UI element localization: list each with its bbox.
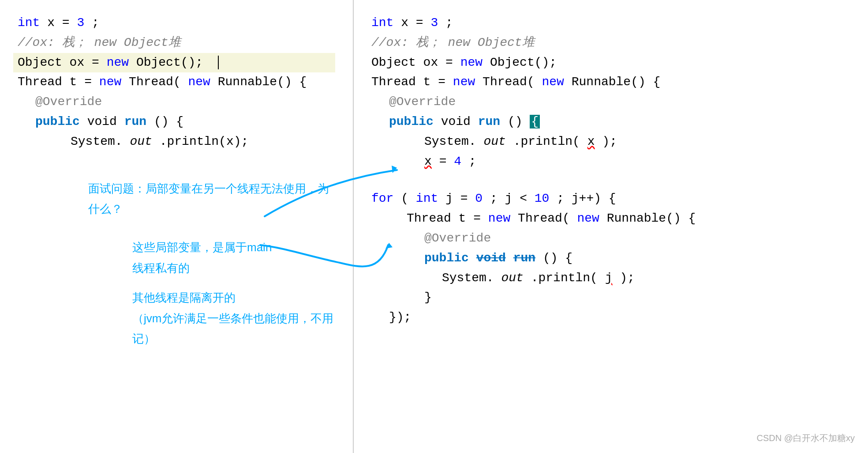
right-panel: int x = 3 ; //ox: 栈； new Object堆 Object …: [353, 0, 868, 453]
right-new2: new: [453, 75, 475, 89]
left-question-text: 面试问题：局部变量在另一个线程无法使用，为什么？: [88, 178, 335, 220]
left-new3: new: [188, 75, 210, 89]
right-thread4: Thread t =: [407, 211, 488, 225]
right-println2-end: );: [620, 271, 635, 285]
right-thread5: Thread(: [518, 211, 570, 225]
right-new4: new: [488, 211, 510, 225]
right-run2-rest: () {: [543, 251, 572, 265]
right-line-10: Thread t = new Thread( new Runnable() {: [407, 209, 850, 229]
right-thread3: Runnable() {: [572, 75, 661, 89]
right-code-block: int x = 3 ; //ox: 栈； new Object堆 Object …: [371, 13, 850, 328]
left-num-3: 3: [77, 16, 84, 30]
left-line-5: @Override: [35, 92, 335, 112]
right-system2: System.: [442, 271, 494, 285]
right-line-1: int x = 3 ;: [371, 13, 850, 33]
right-out2: out: [501, 271, 523, 285]
left-out: out: [130, 135, 152, 148]
right-println1: .println(: [513, 135, 580, 148]
right-line-14: }: [424, 288, 850, 308]
right-println2: .println(: [531, 271, 598, 285]
left-println: .println(x);: [160, 135, 249, 148]
right-for-int: int: [416, 192, 438, 205]
kw-int-left: int: [18, 16, 40, 30]
right-line-5: @Override: [389, 92, 850, 112]
right-line-15: });: [389, 308, 850, 328]
right-for-10: 10: [535, 192, 550, 205]
right-run1-paren: (): [508, 115, 530, 128]
watermark: CSDN @白开水不加糖xy: [756, 432, 855, 444]
left-code-block: int x = 3 ; //ox: 栈； new Object堆 Object …: [18, 13, 335, 152]
left-annotation3-text: 其他线程是隔离开的 （jvm允许满足一些条件也能使用，不用记）: [132, 287, 335, 349]
left-void: void: [87, 115, 124, 128]
left-system: System.: [71, 135, 123, 148]
right-object1: Object ox =: [371, 56, 460, 69]
left-public: public: [35, 115, 80, 128]
right-line-3: Object ox = new Object();: [371, 53, 850, 73]
right-run2: run: [513, 251, 535, 265]
left-override: @Override: [35, 95, 102, 109]
right-num-4: 4: [454, 155, 461, 168]
right-for: for: [371, 192, 393, 205]
right-num-3: 3: [430, 16, 438, 30]
left-line-7: System. out .println(x);: [71, 132, 335, 152]
right-void1: void: [441, 115, 478, 128]
right-new5: new: [577, 211, 599, 225]
left-new2: new: [99, 75, 121, 89]
left-annotation-3: 其他线程是隔离开的 （jvm允许满足一些条件也能使用，不用记）: [132, 287, 335, 349]
right-new3: new: [542, 75, 564, 89]
left-line1-rest: x =: [47, 16, 77, 30]
cursor: [210, 56, 219, 69]
right-line-8: x = 4 ;: [424, 152, 850, 172]
right-close2: });: [389, 310, 411, 324]
right-new1: new: [460, 56, 483, 69]
right-line-11: @Override: [424, 229, 850, 249]
right-override2: @Override: [424, 231, 491, 245]
right-x-error: x: [587, 135, 595, 148]
left-thread3: Runnable() {: [218, 75, 307, 89]
left-line1-semi: ;: [92, 16, 99, 30]
right-override1: @Override: [389, 95, 456, 109]
right-thread2: Thread(: [483, 75, 535, 89]
kw-int-right: int: [371, 16, 393, 30]
left-panel: int x = 3 ; //ox: 栈； new Object堆 Object …: [0, 0, 353, 453]
right-x2-semi: ;: [469, 155, 476, 168]
right-j-error: j: [605, 271, 613, 285]
right-run1: run: [478, 115, 500, 128]
right-for-rest: ; j++) {: [557, 192, 616, 205]
right-void2-kw: void: [476, 251, 506, 265]
right-line-6: public void run () {: [389, 112, 850, 132]
main-container: int x = 3 ; //ox: 栈； new Object堆 Object …: [0, 0, 868, 453]
left-thread1: Thread t =: [18, 75, 99, 89]
left-annotation-2: 这些局部变量，是属于main 线程私有的: [132, 237, 335, 279]
right-line-2: //ox: 栈； new Object堆: [371, 33, 850, 53]
right-line-9: for ( int j = 0 ; j < 10 ; j++) {: [371, 189, 850, 209]
right-for-semi1: ; j <: [490, 192, 535, 205]
left-line-6: public void run () {: [35, 112, 335, 132]
right-line-13: System. out .println( j );: [442, 268, 850, 288]
left-line-2: //ox: 栈； new Object堆: [18, 33, 335, 53]
left-line-3: Object ox = new Object();: [13, 53, 335, 73]
right-line-4: Thread t = new Thread( new Runnable() {: [371, 72, 850, 92]
right-close1: }: [424, 291, 432, 304]
left-annotation-1: 面试问题：局部变量在另一个线程无法使用，为什么？: [88, 178, 335, 220]
right-line-7: System. out .println( x );: [424, 132, 850, 152]
left-annotation2-text: 这些局部变量，是属于main 线程私有的: [132, 237, 335, 279]
right-thread1: Thread t =: [371, 75, 453, 89]
left-run-rest: () {: [154, 115, 183, 128]
left-object-rest: Object();: [136, 56, 203, 69]
left-object-class: Object ox =: [18, 56, 107, 69]
right-system1: System.: [424, 135, 476, 148]
right-for-j: j =: [445, 192, 475, 205]
right-for-0: 0: [475, 192, 483, 205]
right-thread6: Runnable() {: [607, 211, 696, 225]
right-teal-brace: {: [530, 115, 540, 128]
left-line-4: Thread t = new Thread( new Runnable() {: [18, 72, 335, 92]
left-run: run: [124, 115, 146, 128]
left-thread2: Thread(: [129, 75, 181, 89]
right-line1-rest: x =: [401, 16, 430, 30]
right-public2: public: [424, 251, 469, 265]
right-line-12: public void run () {: [424, 249, 850, 268]
right-x2-rest: =: [439, 155, 454, 168]
right-object2: Object();: [490, 56, 557, 69]
right-println1-end: );: [602, 135, 617, 148]
